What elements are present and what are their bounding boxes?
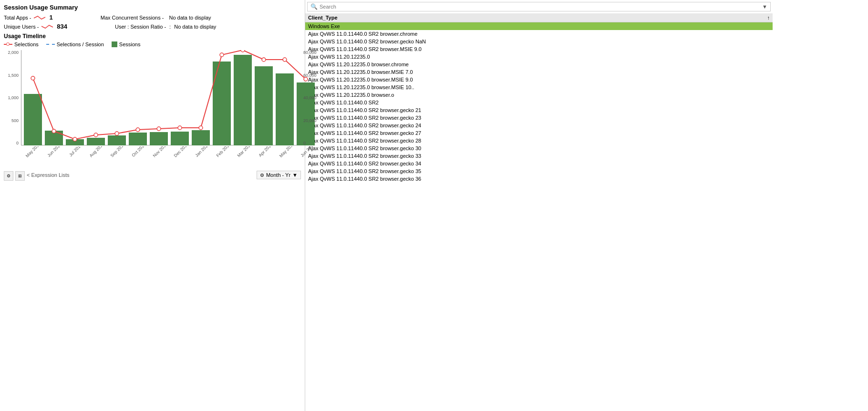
total-apps-value: 1: [49, 14, 52, 21]
svg-rect-7: [171, 132, 189, 145]
max-concurrent-label: Max Concurrent Sessions -: [101, 15, 164, 21]
client-type-item[interactable]: Ajax QvWS 11.0.11440.0 SR2 browser.gecko…: [305, 183, 773, 185]
user-session-ratio-label: User : Session Ratio -: [115, 24, 166, 30]
client-type-item[interactable]: Ajax QvWS 11.20.12235.0 browser.MSIE 9.0: [305, 76, 773, 83]
svg-rect-8: [192, 130, 210, 145]
svg-rect-3: [87, 138, 105, 145]
user-session-ratio-value: No data to display: [174, 24, 216, 30]
y-axis-right: 80,000 60,000 40,000 20,000 0: [302, 50, 324, 145]
legend-selections-session: Selections / Session: [46, 41, 104, 47]
session-usage-title: Session Usage Summary: [4, 4, 301, 11]
svg-point-20: [157, 127, 161, 131]
client-type-item[interactable]: Ajax QvWS 11.20.12235.0 browser.chrome: [305, 61, 773, 68]
search-icon: 🔍: [310, 3, 318, 10]
unique-users-sparkline: [41, 23, 55, 30]
client-type-item[interactable]: Ajax QvWS 11.20.12235.0 browser.o: [305, 91, 773, 99]
svg-point-17: [94, 133, 98, 137]
svg-point-24: [241, 50, 245, 52]
legend-selections-label: Selections: [14, 41, 39, 47]
svg-rect-6: [150, 132, 168, 145]
chart-expand-btn[interactable]: ⊞: [15, 171, 25, 181]
client-type-item[interactable]: Ajax QvWS 11.0.11440.0 SR2 browser.gecko…: [305, 137, 773, 144]
svg-point-18: [115, 132, 119, 135]
legend-sessions-label: Sessions: [119, 41, 141, 47]
client-type-label: Client_Type: [308, 15, 338, 21]
usage-timeline-title: Usage Timeline: [4, 33, 301, 40]
client-type-header: Client_Type ↑: [305, 13, 773, 22]
legend-selections: Selections: [4, 41, 39, 47]
unique-users-label: Unique Users -: [4, 24, 39, 30]
client-type-item[interactable]: Ajax QvWS 11.0.11440.0 SR2 browser.gecko…: [305, 152, 773, 160]
client-type-item[interactable]: Ajax QvWS 11.20.12235.0 browser.MSIE 10.…: [305, 83, 773, 91]
client-type-item[interactable]: Ajax QvWS 11.0.11440.0 SR2 browser.gecko…: [305, 167, 773, 175]
svg-rect-12: [276, 73, 294, 145]
svg-rect-11: [255, 66, 273, 145]
right-panel: 🔍 ▼ Client_Type ↑ Windows ExeAjax QvWS 1…: [305, 0, 773, 411]
client-type-item[interactable]: Ajax QvWS 11.0.11440.0 SR2 browser.gecko…: [305, 160, 773, 167]
svg-rect-5: [129, 133, 147, 145]
svg-rect-10: [234, 55, 252, 145]
svg-point-23: [220, 53, 224, 57]
svg-point-15: [52, 129, 56, 133]
month-selector[interactable]: ⚙ Month - Yr ▼: [257, 171, 301, 179]
client-type-item[interactable]: Ajax QvWS 11.0.11440.0 SR2 browser.gecko…: [305, 106, 773, 114]
month-dropdown-icon[interactable]: ▼: [292, 172, 298, 178]
client-type-item[interactable]: Ajax QvWS 11.0.11440.0 SR2 browser.gecko…: [305, 114, 773, 122]
month-label: Month - Yr: [266, 172, 290, 178]
client-type-item[interactable]: Ajax QvWS 11.0.11440.0 SR2 browser.gecko…: [305, 122, 773, 129]
search-dropdown-icon[interactable]: ▼: [762, 4, 767, 10]
svg-point-19: [136, 128, 140, 132]
search-bar: 🔍 ▼: [307, 2, 771, 11]
client-type-item[interactable]: Ajax QvWS 11.0.11440.0 SR2: [305, 99, 773, 106]
client-type-scroll-icon: ↑: [767, 15, 770, 21]
max-concurrent-value: No data to display: [169, 15, 211, 21]
expression-lists-link[interactable]: < Expression Lists: [27, 172, 70, 178]
chart-svg: [21, 50, 317, 145]
client-type-item[interactable]: Ajax QvWS 11.0.11440.0 SR2 browser.gecko…: [305, 38, 773, 45]
client-type-item[interactable]: Ajax QvWS 11.0.11440.0 SR2 browser.gecko…: [305, 175, 773, 183]
chart-legend: Selections Selections / Session Sessions: [4, 41, 301, 47]
toolbar-icons: ⚙ ⊞: [4, 171, 25, 181]
svg-point-22: [199, 126, 203, 130]
client-type-list[interactable]: Windows ExeAjax QvWS 11.0.11440.0 SR2 br…: [305, 22, 773, 185]
y-axis-left: 2,000 1,500 1,000 500 0: [4, 50, 20, 145]
total-apps-sparkline: [33, 14, 47, 21]
total-apps-label: Total Apps -: [4, 15, 31, 21]
chart-area: [21, 50, 301, 145]
client-type-item[interactable]: Windows Exe: [305, 22, 773, 30]
client-type-item[interactable]: Ajax QvWS 11.20.12235.0: [305, 53, 773, 61]
svg-point-26: [283, 58, 287, 62]
bottom-controls: ⚙ ⊞ < Expression Lists ⚙ Month - Yr ▼: [4, 169, 301, 181]
client-type-item[interactable]: Ajax QvWS 11.0.11440.0 SR2 browser.gecko…: [305, 144, 773, 152]
chart-wrapper: 2,000 1,500 1,000 500 0: [4, 50, 301, 166]
unique-users-value: 834: [57, 23, 67, 30]
svg-rect-9: [213, 62, 231, 145]
svg-point-16: [73, 137, 77, 141]
client-type-item[interactable]: Ajax QvWS 11.0.11440.0 SR2 browser.MSIE …: [305, 45, 773, 53]
search-input[interactable]: [320, 4, 762, 10]
svg-point-25: [262, 58, 266, 62]
client-type-item[interactable]: Ajax QvWS 11.20.12235.0 browser.MSIE 7.0: [305, 68, 773, 76]
month-settings-icon[interactable]: ⚙: [260, 173, 264, 178]
svg-rect-0: [24, 94, 42, 145]
client-type-item[interactable]: Ajax QvWS 11.0.11440.0 SR2 browser.chrom…: [305, 30, 773, 38]
legend-sessions: Sessions: [112, 41, 141, 47]
svg-rect-4: [108, 135, 126, 145]
x-axis: May 2016 Jun 2016 Jul 2016 Aug 2016 Sep …: [21, 146, 317, 166]
svg-point-21: [178, 126, 182, 130]
client-type-item[interactable]: Ajax QvWS 11.0.11440.0 SR2 browser.gecko…: [305, 129, 773, 137]
chart-settings-btn[interactable]: ⚙: [4, 171, 13, 181]
svg-point-14: [31, 76, 35, 80]
legend-sel-session-label: Selections / Session: [57, 41, 104, 47]
